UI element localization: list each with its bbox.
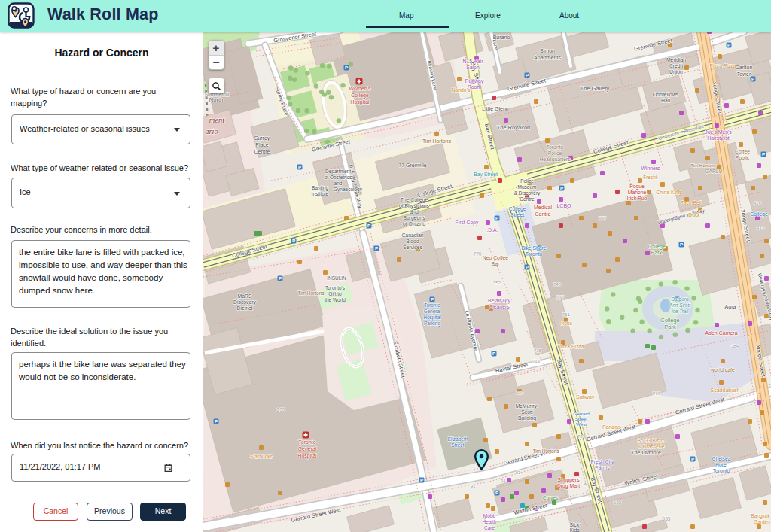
svg-text:Park: Park	[651, 250, 663, 255]
svg-text:P: P	[762, 151, 765, 157]
svg-text:Belair Dry: Belair Dry	[488, 298, 510, 304]
svg-text:Union: Union	[669, 69, 683, 74]
svg-text:Pizza Pizza: Pizza Pizza	[557, 344, 584, 349]
svg-text:777: 777	[556, 295, 565, 300]
svg-text:Barbara: Barbara	[671, 296, 689, 302]
svg-text:655: 655	[663, 516, 671, 521]
svg-text:Banting: Banting	[312, 185, 328, 191]
svg-text:MaRS: MaRS	[238, 293, 252, 299]
svg-text:The Gallery: The Gallery	[581, 85, 610, 92]
svg-text:Ann Scott: Ann Scott	[669, 302, 691, 308]
svg-text:713: 713	[532, 359, 541, 363]
svg-text:N15 Hair: N15 Hair	[463, 59, 484, 64]
svg-text:General: General	[423, 309, 441, 314]
svg-text:Police: Police	[548, 150, 562, 156]
svg-text:Gerrard: Gerrard	[573, 411, 590, 416]
svg-text:761: 761	[562, 312, 571, 317]
svg-text:of Physicians: of Physicians	[399, 203, 430, 209]
svg-text:P: P	[492, 351, 495, 356]
svg-text:Nando's: Nando's	[452, 87, 471, 93]
svg-text:720: 720	[516, 391, 524, 395]
svg-text:Bike Share: Bike Share	[521, 245, 546, 251]
svg-text:P: P	[495, 490, 498, 495]
svg-text:Women's: Women's	[349, 86, 371, 91]
svg-text:P: P	[526, 264, 529, 269]
svg-text:Incha: Incha	[560, 321, 572, 326]
svg-text:Scaddabush: Scaddabush	[711, 388, 740, 393]
svg-text:Oddfellows: Oddfellows	[653, 92, 679, 97]
svg-text:703: 703	[577, 434, 586, 439]
svg-text:81: 81	[516, 470, 521, 475]
svg-text:384: 384	[731, 344, 739, 348]
svg-text:Hairstylist: Hairstylist	[707, 135, 730, 141]
svg-text:Tower: Tower	[737, 71, 751, 77]
svg-text:P: P	[431, 296, 434, 302]
svg-text:Toronto's: Toronto's	[325, 285, 346, 290]
svg-text:P: P	[680, 242, 683, 247]
svg-text:Tim Hortons: Tim Hortons	[532, 448, 559, 454]
svg-text:LCBO: LCBO	[556, 203, 571, 208]
svg-text:of Ontario: of Ontario	[403, 221, 425, 226]
svg-text:Ice Trail: Ice Trail	[672, 309, 689, 314]
svg-text:College: College	[508, 206, 526, 212]
svg-text:Starbucks: Starbucks	[250, 454, 273, 459]
svg-text:Hall: Hall	[661, 98, 671, 103]
svg-text:Toronto: Toronto	[298, 439, 315, 445]
svg-text:77 Grenville: 77 Grenville	[398, 163, 426, 168]
svg-text:Freshii: Freshii	[643, 175, 658, 180]
svg-text:748: 748	[553, 282, 562, 287]
svg-text:Hospital: Hospital	[350, 99, 370, 105]
svg-text:Museum: Museum	[518, 184, 537, 190]
svg-text:Drug Mart: Drug Mart	[557, 483, 580, 489]
svg-text:Mobb: Mobb	[483, 513, 496, 518]
svg-text:The Livmore: The Livmore	[631, 449, 661, 456]
svg-text:College: College	[660, 317, 679, 324]
svg-text:Subway: Subway	[576, 394, 595, 400]
svg-text:Tim Hortons: Tim Hortons	[297, 290, 325, 296]
svg-text:752: 752	[493, 281, 501, 285]
svg-text:Tim Hortons: Tim Hortons	[690, 163, 715, 168]
svg-text:Surrey: Surrey	[254, 135, 270, 141]
svg-text:Scott: Scott	[521, 409, 533, 415]
svg-text:Neo Coffee: Neo Coffee	[483, 255, 508, 260]
svg-text:P: P	[727, 42, 730, 47]
svg-text:Joe's Men's: Joe's Men's	[705, 129, 732, 135]
svg-text:Hospital: Hospital	[297, 453, 317, 459]
svg-text:Duck: Duck	[688, 212, 700, 217]
svg-text:Winners: Winners	[641, 166, 661, 171]
svg-text:College: College	[750, 211, 768, 217]
svg-text:ment: ment	[209, 116, 225, 124]
svg-text:College: College	[351, 93, 369, 99]
svg-text:Garden: Garden	[754, 519, 770, 524]
svg-text:First Copy: First Copy	[456, 220, 480, 226]
svg-text:Headquarters: Headquarters	[539, 157, 571, 163]
svg-text:West: West	[576, 421, 587, 427]
svg-text:Cleaners: Cleaners	[489, 304, 510, 309]
svg-text:General: General	[298, 446, 317, 451]
svg-text:Pizza Pizza: Pizza Pizza	[709, 63, 736, 68]
svg-text:Health: Health	[483, 519, 497, 524]
svg-text:and: and	[410, 209, 419, 214]
svg-text:Sick: Sick	[570, 522, 580, 527]
svg-text:P: P	[215, 418, 218, 424]
svg-text:P: P	[420, 477, 423, 482]
svg-text:715: 715	[534, 348, 542, 353]
svg-text:Curves: Curves	[543, 495, 559, 500]
svg-text:Centre: Centre	[535, 211, 550, 217]
svg-text:Tim Hortons: Tim Hortons	[422, 138, 451, 144]
svg-text:83: 83	[501, 478, 506, 482]
svg-text:Salon: Salon	[466, 65, 480, 70]
svg-text:Bar: Bar	[492, 261, 500, 266]
svg-text:Runway: Runway	[465, 78, 484, 84]
svg-text:Services: Services	[403, 245, 423, 250]
svg-text:Canadian: Canadian	[401, 233, 423, 238]
svg-text:92: 92	[584, 481, 589, 485]
svg-text:200: 200	[277, 407, 285, 412]
svg-text:770: 770	[474, 251, 482, 257]
svg-text:P: P	[751, 76, 754, 81]
svg-text:777: 777	[599, 216, 607, 221]
svg-text:Centre: Centre	[520, 196, 535, 202]
svg-text:Toronto: Toronto	[424, 302, 440, 308]
svg-text:Carlton: Carlton	[736, 65, 753, 70]
svg-text:The College: The College	[401, 197, 428, 203]
